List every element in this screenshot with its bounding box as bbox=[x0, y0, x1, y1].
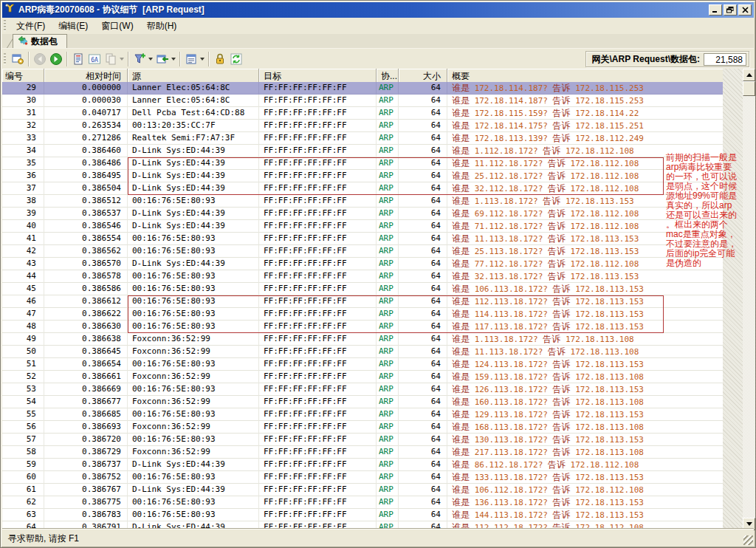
table-row-32[interactable]: 320.26353400:13:20:35:CC:7FFF:FF:FF:FF:F… bbox=[2, 120, 723, 132]
filter-funnel-button[interactable] bbox=[131, 51, 154, 67]
table-row-46[interactable]: 460.38661200:16:76:5E:80:93FF:FF:FF:FF:F… bbox=[2, 295, 723, 308]
summary-cell: 谁是 11.112.18.172? 告诉 172.18.112.108 bbox=[447, 157, 723, 170]
forward-arrow-button[interactable] bbox=[48, 51, 64, 67]
app-icon bbox=[4, 3, 16, 17]
hex-view-icon: 6A bbox=[88, 52, 101, 66]
table-row-49[interactable]: 490.386638Foxconn:36:52:99FF:FF:FF:FF:FF… bbox=[2, 333, 723, 346]
scrollbar-thumb[interactable] bbox=[743, 81, 755, 96]
summary-cell: 谁是 168.113.18.172? 告诉 172.18.113.108 bbox=[447, 421, 723, 434]
table-row-40[interactable]: 400.386546D-Link Sys:ED:44:39FF:FF:FF:FF… bbox=[2, 220, 723, 233]
summary-cell: 谁是 124.113.18.172? 告诉 172.18.113.153 bbox=[447, 358, 723, 371]
back-arrow-icon bbox=[33, 52, 47, 66]
table-row-60[interactable]: 600.38675200:16:76:5E:80:93FF:FF:FF:FF:F… bbox=[2, 471, 723, 484]
lock-button[interactable] bbox=[212, 51, 228, 67]
column-header-6[interactable]: 概要 bbox=[447, 69, 723, 82]
menu-bar: 文件(F)编辑(E)窗口(W)帮助(H) bbox=[2, 18, 754, 34]
table-row-38[interactable]: 380.38651200:16:76:5E:80:93FF:FF:FF:FF:F… bbox=[2, 195, 723, 208]
menu-grip[interactable] bbox=[4, 20, 6, 32]
table-row-41[interactable]: 410.38655400:16:76:5E:80:93FF:FF:FF:FF:F… bbox=[2, 233, 723, 245]
refresh-icon bbox=[230, 52, 243, 66]
summary-cell: 谁是 133.113.18.172? 告诉 172.18.113.153 bbox=[447, 471, 723, 484]
column-header-0[interactable]: 编号 bbox=[2, 69, 44, 82]
column-header-2[interactable]: 源 bbox=[128, 69, 259, 82]
menu-item-3[interactable]: 帮助(H) bbox=[140, 18, 184, 35]
summary-cell: 谁是 144.113.18.172? 告诉 172.18.113.153 bbox=[447, 509, 723, 521]
copy-icon bbox=[104, 52, 117, 66]
table-row-45[interactable]: 450.38658600:16:76:5E:80:93FF:FF:FF:FF:F… bbox=[2, 283, 723, 295]
menu-item-2[interactable]: 窗口(W) bbox=[94, 18, 140, 35]
table-row-58[interactable]: 580.386729Foxconn:36:52:99FF:FF:FF:FF:FF… bbox=[2, 446, 723, 459]
packet-counter-value: 21,588 bbox=[704, 53, 746, 66]
columns-list-icon bbox=[185, 52, 198, 66]
table-row-51[interactable]: 510.38665400:16:76:5E:80:93FF:FF:FF:FF:F… bbox=[2, 358, 723, 371]
table-row-61[interactable]: 610.386767D-Link Sys:ED:44:39FF:FF:FF:FF… bbox=[2, 484, 723, 496]
summary-cell: 谁是 160.113.18.172? 告诉 172.18.113.108 bbox=[447, 396, 723, 408]
table-row-39[interactable]: 390.386537D-Link Sys:ED:44:39FF:FF:FF:FF… bbox=[2, 208, 723, 220]
packet-table: 编号相对时间源目标协...大小概要 290.000000Lanner Elec:… bbox=[2, 69, 723, 530]
summary-cell: 谁是 32.112.18.172? 告诉 172.18.112.108 bbox=[447, 182, 723, 195]
tab-label: 数据包 bbox=[31, 35, 58, 48]
chevron-down-icon[interactable] bbox=[171, 58, 176, 61]
columns-list-button[interactable] bbox=[183, 51, 206, 67]
resize-grip[interactable] bbox=[743, 535, 753, 545]
table-row-52[interactable]: 520.386661Foxconn:36:52:99FF:FF:FF:FF:FF… bbox=[2, 371, 723, 383]
table-row-62[interactable]: 620.38677500:16:76:5E:80:93FF:FF:FF:FF:F… bbox=[2, 496, 723, 509]
refresh-button[interactable] bbox=[228, 51, 244, 67]
chevron-down-icon[interactable] bbox=[200, 58, 205, 61]
column-header-1[interactable]: 相对时间 bbox=[44, 69, 128, 82]
toolbar-grip[interactable] bbox=[4, 53, 6, 65]
column-header-3[interactable]: 目标 bbox=[259, 69, 377, 82]
toolbar-separator bbox=[208, 52, 210, 66]
chevron-down-icon[interactable] bbox=[148, 58, 153, 61]
table-row-29[interactable]: 290.000000Lanner Elec:05:64:8CFF:FF:FF:F… bbox=[2, 82, 723, 95]
table-row-54[interactable]: 540.386677Foxconn:36:52:99FF:FF:FF:FF:FF… bbox=[2, 396, 723, 408]
hex-view-button[interactable]: 6A bbox=[86, 51, 103, 67]
restore-button[interactable] bbox=[724, 4, 737, 16]
table-row-48[interactable]: 480.38663000:16:76:5E:80:93FF:FF:FF:FF:F… bbox=[2, 321, 723, 333]
table-row-53[interactable]: 530.38666900:16:76:5E:80:93FF:FF:FF:FF:F… bbox=[2, 383, 723, 396]
table-row-50[interactable]: 500.386645Foxconn:36:52:99FF:FF:FF:FF:FF… bbox=[2, 346, 723, 358]
table-row-63[interactable]: 630.38678300:16:76:5E:80:93FF:FF:FF:FF:F… bbox=[2, 509, 723, 521]
summary-cell: 谁是 114.113.18.172? 告诉 172.18.113.153 bbox=[447, 308, 723, 321]
minimize-button[interactable] bbox=[709, 4, 722, 16]
packet-counter-group: 网关\ARP Request\数据包: 21,588 bbox=[585, 51, 749, 67]
export-window-button[interactable] bbox=[154, 51, 177, 67]
table-row-35[interactable]: 350.386486D-Link Sys:ED:44:39FF:FF:FF:FF… bbox=[2, 157, 723, 170]
chevron-down-icon[interactable] bbox=[120, 58, 124, 61]
table-row-59[interactable]: 590.386737D-Link Sys:ED:44:39FF:FF:FF:FF… bbox=[2, 459, 723, 471]
summary-cell: 谁是 126.113.18.172? 告诉 172.18.113.153 bbox=[447, 383, 723, 396]
summary-cell: 谁是 11.113.18.172? 告诉 172.18.113.153 bbox=[447, 233, 723, 245]
app-window: ARP病毒20070608 - 协议细节 [ARP Request] 文件(F)… bbox=[0, 0, 756, 548]
copy-button bbox=[103, 51, 126, 67]
column-header-5[interactable]: 大小 bbox=[399, 69, 447, 82]
forward-arrow-icon bbox=[49, 52, 63, 66]
table-row-42[interactable]: 420.38656200:16:76:5E:80:93FF:FF:FF:FF:F… bbox=[2, 245, 723, 258]
table-row-36[interactable]: 360.386495D-Link Sys:ED:44:39FF:FF:FF:FF… bbox=[2, 170, 723, 182]
table-row-33[interactable]: 330.271286Realtek Semi:F7:A7:3FFF:FF:FF:… bbox=[2, 132, 723, 145]
table-row-43[interactable]: 430.386570D-Link Sys:ED:44:39FF:FF:FF:FF… bbox=[2, 258, 723, 270]
column-header-4[interactable]: 协... bbox=[377, 69, 399, 82]
table-row-30[interactable]: 300.000030Lanner Elec:05:64:8CFF:FF:FF:F… bbox=[2, 95, 723, 107]
filter-funnel-icon bbox=[133, 52, 146, 66]
details-window-button[interactable] bbox=[10, 51, 26, 67]
menu-item-0[interactable]: 文件(F) bbox=[10, 18, 52, 35]
summary-cell: 谁是 1.113.18.172? 告诉 172.18.113.153 bbox=[447, 195, 723, 208]
toolbar-separator bbox=[28, 52, 30, 66]
table-row-34[interactable]: 340.386460D-Link Sys:ED:44:39FF:FF:FF:FF… bbox=[2, 145, 723, 157]
vertical-scrollbar[interactable] bbox=[743, 69, 755, 530]
scroll-up-button[interactable] bbox=[743, 69, 755, 81]
table-body: 290.000000Lanner Elec:05:64:8CFF:FF:FF:F… bbox=[2, 82, 723, 530]
table-row-47[interactable]: 470.38662200:16:76:5E:80:93FF:FF:FF:FF:F… bbox=[2, 308, 723, 321]
table-row-57[interactable]: 570.38672000:16:76:5E:80:93FF:FF:FF:FF:F… bbox=[2, 434, 723, 446]
table-row-31[interactable]: 310.040717Dell Pcba Test:64:CD:88FF:FF:F… bbox=[2, 107, 723, 120]
menu-item-1[interactable]: 编辑(E) bbox=[52, 18, 94, 35]
log-document-button[interactable] bbox=[70, 51, 86, 67]
table-row-37[interactable]: 370.386504D-Link Sys:ED:44:39FF:FF:FF:FF… bbox=[2, 182, 723, 195]
close-button[interactable] bbox=[738, 4, 752, 16]
status-text: 寻求帮助, 请按 F1 bbox=[8, 532, 79, 545]
table-row-44[interactable]: 440.38657800:16:76:5E:80:93FF:FF:FF:FF:F… bbox=[2, 270, 723, 283]
table-row-56[interactable]: 560.386693Foxconn:36:52:99FF:FF:FF:FF:FF… bbox=[2, 421, 723, 434]
table-row-55[interactable]: 550.38668500:16:76:5E:80:93FF:FF:FF:FF:F… bbox=[2, 408, 723, 421]
tab-packets[interactable]: 数据包 bbox=[13, 34, 67, 48]
toolbar-separator bbox=[179, 52, 181, 66]
